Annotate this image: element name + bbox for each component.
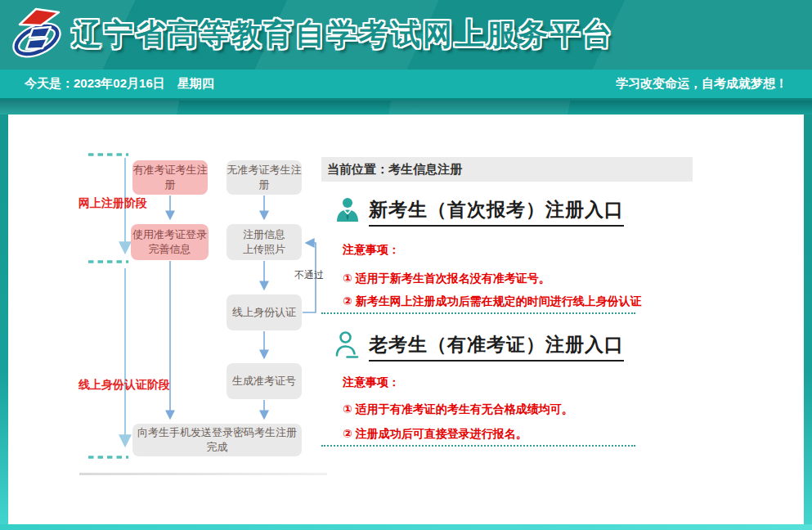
flow-box-login-complete-info: 使用准考证登录 完善信息 bbox=[131, 224, 209, 260]
stage-label-online-registration: 网上注册阶段 bbox=[79, 196, 147, 211]
header-band bbox=[0, 101, 812, 115]
breadcrumb: 当前位置：考生信息注册 bbox=[321, 157, 693, 182]
fail-label: 不通过 bbox=[294, 268, 324, 282]
flow-box-send-password-complete: 向考生手机发送登录密码考生注册完成 bbox=[132, 424, 302, 456]
bottom-divider bbox=[79, 473, 327, 475]
bottom-strip bbox=[0, 524, 812, 530]
slogan: 学习改变命运，自考成就梦想！ bbox=[616, 76, 787, 92]
breadcrumb-text: 当前位置：考生信息注册 bbox=[327, 162, 462, 176]
old-examinee-register-link[interactable]: 老考生（有准考证）注册入口 bbox=[369, 332, 624, 362]
flow-box-online-identity-verify: 线上身份认证 bbox=[227, 294, 302, 330]
notes-label-2: 注意事项： bbox=[343, 375, 400, 390]
old-examinee-icon bbox=[334, 330, 361, 360]
date-bar: 今天是：2023年02月16日 星期四 学习改变命运，自考成就梦想！ bbox=[0, 70, 812, 101]
note-2-1: ① 适用于有准考证的考生有无合格成绩均可。 bbox=[343, 402, 573, 417]
note-1-1: ① 适用于新考生首次报名没有准考证号。 bbox=[343, 272, 550, 286]
notes-label-1: 注意事项： bbox=[343, 243, 400, 258]
flow-box-has-ticket-register: 有准考证考生注 册 bbox=[132, 160, 208, 195]
flow-box-no-ticket-register: 无准考证考生注 册 bbox=[227, 160, 302, 195]
flow-box-generate-ticket-number: 生成准考证号 bbox=[227, 363, 302, 399]
site-logo-icon bbox=[11, 7, 62, 64]
site-title: 辽宁省高等教育自学考试网上服务平台 bbox=[72, 15, 614, 55]
current-date: 今天是：2023年02月16日 星期四 bbox=[25, 76, 214, 92]
note-1-2: ② 新考生网上注册成功后需在规定的时间进行线上身份认证 bbox=[343, 294, 642, 309]
stage-label-identity-verification: 线上身份认证阶段 bbox=[79, 378, 170, 393]
note-2-2: ② 注册成功后可直接登录进行报名。 bbox=[343, 427, 527, 442]
dotted-separator-2 bbox=[321, 445, 635, 447]
content-panel: 网上注册阶段 线上身份认证阶段 不通过 有准考证考生注 册 无准考证考生注 册 … bbox=[8, 115, 804, 524]
new-examinee-icon bbox=[334, 195, 361, 225]
dotted-separator-1 bbox=[321, 312, 635, 314]
flow-box-register-upload-photo: 注册信息 上传照片 bbox=[227, 224, 302, 260]
new-examinee-register-link[interactable]: 新考生（首次报考）注册入口 bbox=[369, 197, 624, 227]
header: 辽宁省高等教育自学考试网上服务平台 bbox=[0, 0, 812, 70]
